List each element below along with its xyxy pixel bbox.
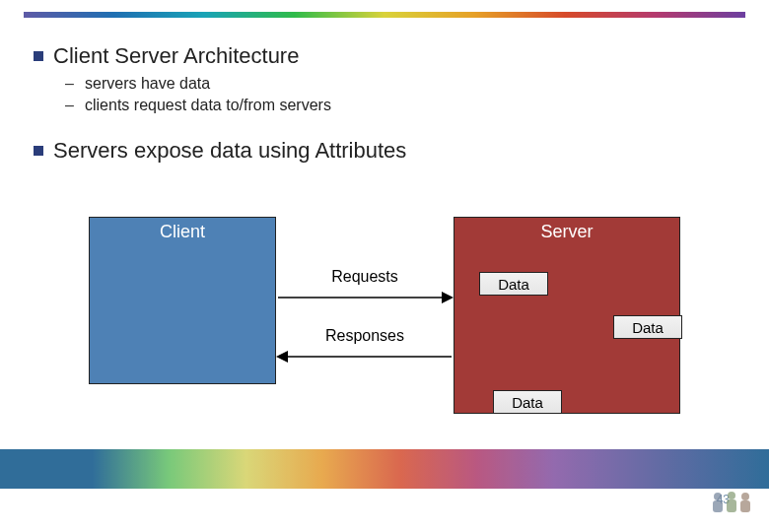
svg-marker-3 bbox=[276, 351, 288, 363]
client-box: Client bbox=[89, 217, 276, 384]
svg-rect-5 bbox=[713, 500, 723, 512]
rainbow-divider-top bbox=[24, 12, 745, 18]
data-tag-3: Data bbox=[493, 390, 562, 414]
square-bullet-icon bbox=[34, 146, 43, 156]
dash-bullet-icon: – bbox=[65, 75, 79, 93]
dash-bullet-icon: – bbox=[65, 97, 79, 114]
requests-label: Requests bbox=[278, 268, 452, 286]
client-server-diagram: Client Server Data Data Data Requests Re… bbox=[89, 217, 680, 433]
sub-bullet-item: – servers have data bbox=[65, 75, 741, 93]
svg-rect-9 bbox=[740, 500, 750, 512]
bullet-text: Client Server Architecture bbox=[53, 43, 299, 69]
arrow-right-icon bbox=[276, 288, 454, 307]
svg-point-4 bbox=[714, 493, 722, 500]
client-label: Client bbox=[90, 222, 275, 242]
responses-label: Responses bbox=[278, 327, 452, 345]
rainbow-swoosh-bottom bbox=[0, 449, 769, 489]
people-graphic-icon bbox=[708, 489, 753, 514]
svg-marker-1 bbox=[442, 292, 454, 303]
svg-point-6 bbox=[728, 492, 735, 499]
arrow-left-icon bbox=[276, 347, 454, 366]
data-tag-2: Data bbox=[613, 315, 682, 339]
bullet-item-2: Servers expose data using Attributes bbox=[34, 138, 741, 164]
sub-bullet-item: – clients request data to/from servers bbox=[65, 97, 741, 114]
slide-content: Client Server Architecture – servers hav… bbox=[34, 43, 741, 169]
square-bullet-icon bbox=[34, 51, 43, 61]
sub-bullet-list-1: – servers have data – clients request da… bbox=[65, 75, 741, 114]
sub-bullet-text: clients request data to/from servers bbox=[85, 97, 331, 114]
sub-bullet-text: servers have data bbox=[85, 75, 210, 93]
bullet-text: Servers expose data using Attributes bbox=[53, 138, 406, 164]
server-label: Server bbox=[454, 222, 679, 242]
bullet-item-1: Client Server Architecture bbox=[34, 43, 741, 69]
svg-rect-7 bbox=[727, 499, 736, 512]
svg-point-8 bbox=[741, 493, 749, 500]
data-tag-1: Data bbox=[479, 272, 548, 296]
slide-page: Client Server Architecture – servers hav… bbox=[0, 0, 769, 532]
